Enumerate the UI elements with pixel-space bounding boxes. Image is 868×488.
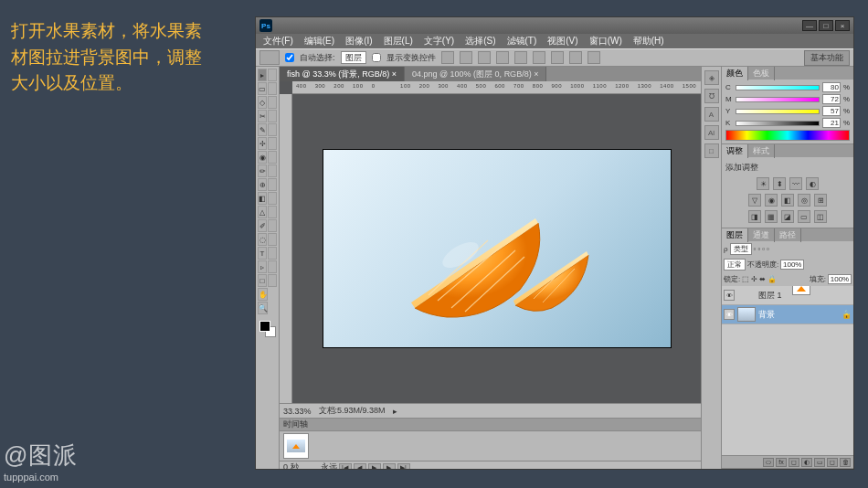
dock-panel-icon[interactable]: ◈ (704, 70, 719, 85)
channel-value[interactable]: 21 (822, 118, 841, 128)
layer-thumbnail[interactable] (737, 307, 756, 322)
close-button[interactable]: × (835, 20, 850, 31)
tool-button[interactable]: ▸ (258, 69, 267, 81)
tool-button[interactable] (268, 123, 277, 136)
loop-mode[interactable]: 永远 (321, 461, 337, 469)
tool-button[interactable]: ◧ (258, 192, 267, 205)
tool-button[interactable]: ▹ (258, 260, 267, 273)
link-layers-icon[interactable]: ⬭ (763, 458, 774, 467)
lock-icon[interactable]: ⬌ (759, 275, 766, 283)
color-spectrum[interactable] (725, 130, 850, 141)
tool-button[interactable] (268, 82, 277, 95)
hue-icon[interactable]: ◉ (765, 194, 778, 207)
next-frame-button[interactable]: ▶ (383, 463, 396, 470)
photo-filter-icon[interactable]: ◎ (798, 194, 810, 207)
auto-select-checkbox[interactable] (285, 53, 294, 62)
play-button[interactable]: ▶ (368, 463, 381, 470)
dock-panel-icon[interactable]: ℧ (704, 89, 719, 103)
selective-color-icon[interactable]: ◫ (814, 210, 827, 223)
filter-icon[interactable]: ▫ (767, 245, 769, 253)
channels-tab[interactable]: 通道 (748, 228, 775, 242)
tool-button[interactable] (268, 110, 277, 122)
vibrance-icon[interactable]: ▽ (748, 194, 761, 207)
menu-item[interactable]: 视图(V) (544, 35, 581, 48)
color-slider[interactable] (736, 121, 820, 126)
lock-icon[interactable]: 🔒 (767, 275, 777, 283)
new-layer-icon[interactable]: ◻ (827, 458, 838, 467)
tool-button[interactable] (268, 247, 277, 260)
channel-mixer-icon[interactable]: ⊞ (814, 194, 827, 207)
levels-icon[interactable]: ⬍ (773, 177, 786, 190)
dock-panel-icon[interactable]: A (704, 107, 719, 122)
opacity-value[interactable]: 100% (780, 260, 804, 270)
foreground-color[interactable] (259, 321, 270, 332)
tool-button[interactable]: ✢ (258, 137, 267, 150)
adjustments-tab[interactable]: 调整 (722, 144, 748, 158)
channel-value[interactable]: 57 (822, 106, 841, 116)
align-icon[interactable] (478, 51, 491, 64)
tool-button[interactable]: □ (258, 274, 267, 287)
lock-icon[interactable]: ✢ (751, 275, 757, 283)
tool-button[interactable] (268, 233, 277, 246)
tool-button[interactable]: ▭ (258, 82, 267, 95)
tool-button[interactable]: ◇ (258, 96, 267, 109)
styles-tab[interactable]: 样式 (748, 144, 775, 158)
invert-icon[interactable]: ◨ (748, 210, 761, 223)
menu-item[interactable]: 滤镜(T) (503, 35, 541, 48)
menu-item[interactable]: 帮助(H) (630, 35, 668, 48)
bw-icon[interactable]: ◧ (781, 194, 794, 207)
distribute-icon[interactable] (569, 51, 582, 64)
brightness-icon[interactable]: ☀ (757, 177, 769, 190)
layer-name[interactable]: 图层 1 (758, 290, 782, 302)
align-icon[interactable] (496, 51, 509, 64)
channel-value[interactable]: 80 (822, 82, 841, 92)
workspace-switcher[interactable]: 基本功能 (804, 50, 850, 66)
menu-item[interactable]: 选择(S) (461, 35, 499, 48)
color-slider[interactable] (736, 109, 820, 114)
paths-tab[interactable]: 路径 (775, 228, 801, 242)
exposure-icon[interactable]: ◐ (806, 177, 819, 190)
menu-item[interactable]: 文件(F) (259, 35, 297, 48)
align-icon[interactable] (514, 51, 527, 64)
layer-row[interactable]: 👁图层 1 (722, 286, 853, 305)
filter-icon[interactable]: ▫ (754, 245, 757, 253)
tool-button[interactable] (268, 151, 277, 164)
delete-layer-icon[interactable]: 🗑 (840, 458, 851, 467)
maximize-button[interactable]: □ (819, 20, 833, 31)
frame-duration[interactable]: 0 秒 (283, 461, 299, 469)
color-slider[interactable] (736, 85, 820, 90)
menu-item[interactable]: 窗口(W) (586, 35, 626, 48)
tool-button[interactable] (268, 219, 277, 232)
menu-item[interactable]: 文字(Y) (420, 35, 458, 48)
current-tool-icon[interactable] (259, 50, 280, 65)
auto-select-target[interactable]: 图层 (341, 51, 366, 64)
tool-button[interactable]: ✂ (258, 110, 267, 122)
canvas[interactable] (323, 150, 671, 347)
swatches-tab[interactable]: 色板 (748, 67, 775, 80)
dock-panel-icon[interactable]: □ (704, 143, 719, 158)
timeline-frame[interactable] (283, 433, 309, 459)
prev-frame-button[interactable]: ◀ (354, 463, 366, 470)
filter-icon[interactable]: ▫ (762, 245, 765, 253)
dock-panel-icon[interactable]: Al (704, 125, 719, 140)
zoom-level[interactable]: 33.33% (283, 407, 312, 416)
tool-button[interactable] (268, 164, 277, 177)
document-tab[interactable]: 04.png @ 100% (图层 0, RGB/8) × (405, 67, 546, 81)
layer-style-icon[interactable]: fx (776, 458, 787, 467)
adjustment-layer-icon[interactable]: ◐ (801, 458, 812, 467)
align-icon[interactable] (533, 51, 545, 64)
fill-value[interactable]: 100% (828, 274, 852, 284)
blend-mode[interactable]: 正常 (724, 259, 746, 271)
layer-mask-icon[interactable]: ◻ (789, 458, 799, 467)
tool-button[interactable]: ◉ (258, 151, 267, 164)
tool-button[interactable]: T (258, 247, 267, 260)
chevron-right-icon[interactable]: ▸ (393, 407, 397, 416)
tool-button[interactable] (268, 260, 277, 273)
filter-icon[interactable]: ▫ (757, 245, 760, 253)
first-frame-button[interactable]: |◀ (339, 463, 352, 470)
tool-button[interactable]: ✐ (258, 219, 267, 232)
tool-button[interactable]: ⊕ (258, 178, 267, 191)
layers-tab[interactable]: 图层 (722, 228, 748, 242)
document-tab[interactable]: fish @ 33.3% (背景, RGB/8) × (280, 67, 405, 81)
visibility-icon[interactable]: 👁 (724, 290, 735, 301)
